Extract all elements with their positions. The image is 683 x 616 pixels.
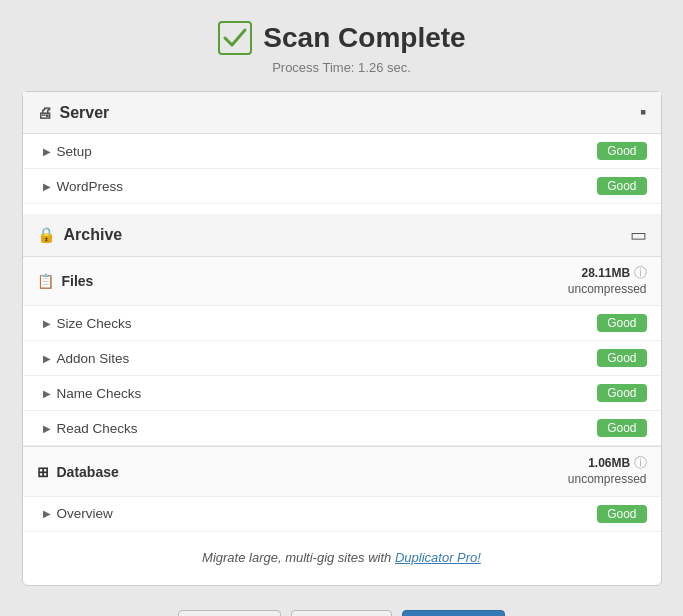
chevron-size-checks: ▶ — [43, 318, 51, 329]
archive-section-title: 🔒 Archive — [37, 226, 123, 244]
server-section-title: 🖨 Server — [37, 104, 110, 122]
chevron-read-checks: ▶ — [43, 423, 51, 434]
archive-action-icon[interactable]: ▭ — [630, 224, 647, 246]
overview-badge: Good — [597, 505, 646, 523]
files-size-label: uncompressed — [568, 282, 647, 296]
check-icon — [217, 20, 253, 56]
build-button[interactable]: Build ► — [402, 610, 505, 616]
addon-sites-row: ▶ Addon Sites Good — [23, 341, 661, 376]
server-icon: 🖨 — [37, 104, 52, 121]
promote-section: Migrate large, multi-gig sites with Dupl… — [23, 550, 661, 565]
back-button[interactable]: ◄ Back — [178, 610, 281, 616]
wordpress-badge: Good — [597, 177, 646, 195]
size-checks-row: ▶ Size Checks Good — [23, 306, 661, 341]
read-checks-badge: Good — [597, 419, 646, 437]
files-icon: 📋 — [37, 273, 54, 289]
setup-label: Setup — [57, 144, 92, 159]
database-title: ⊞ Database — [37, 464, 119, 480]
database-size-info: 1.06MB ⓘ uncompressed — [568, 455, 647, 487]
server-action-icon[interactable]: ▪ — [640, 102, 646, 123]
promote-text-static: Migrate large, multi-gig sites with — [202, 550, 395, 565]
setup-row: ▶ Setup Good — [23, 134, 661, 169]
name-checks-badge: Good — [597, 384, 646, 402]
read-checks-label: Read Checks — [57, 421, 138, 436]
addon-sites-label: Addon Sites — [57, 351, 130, 366]
database-label: Database — [57, 464, 119, 480]
main-card: 🖨 Server ▪ ▶ Setup Good ▶ WordPress Good… — [22, 91, 662, 586]
server-label: Server — [60, 104, 110, 122]
chevron-overview: ▶ — [43, 508, 51, 519]
chevron-name-checks: ▶ — [43, 388, 51, 399]
size-checks-badge: Good — [597, 314, 646, 332]
chevron-wordpress: ▶ — [43, 181, 51, 192]
setup-badge: Good — [597, 142, 646, 160]
archive-label: Archive — [64, 226, 123, 244]
page-title: Scan Complete — [263, 22, 465, 54]
duplicator-pro-link[interactable]: Duplicator Pro! — [395, 550, 481, 565]
database-size-label: uncompressed — [568, 472, 647, 486]
rescan-button[interactable]: Rescan — [291, 610, 392, 616]
process-time: Process Time: 1.26 sec. — [272, 60, 411, 75]
chevron-addon-sites: ▶ — [43, 353, 51, 364]
wordpress-row: ▶ WordPress Good — [23, 169, 661, 204]
overview-label: Overview — [57, 506, 113, 521]
files-label: Files — [62, 273, 94, 289]
chevron-setup: ▶ — [43, 146, 51, 157]
name-checks-row: ▶ Name Checks Good — [23, 376, 661, 411]
files-subheader: 📋 Files 28.11MB ⓘ uncompressed — [23, 257, 661, 306]
archive-icon: 🔒 — [37, 226, 56, 244]
footer-buttons: ◄ Back Rescan Build ► — [178, 610, 505, 616]
size-checks-label: Size Checks — [57, 316, 132, 331]
server-section-header: 🖨 Server ▪ — [23, 92, 661, 134]
database-subheader: ⊞ Database 1.06MB ⓘ uncompressed — [23, 446, 661, 496]
database-icon: ⊞ — [37, 464, 49, 480]
svg-rect-0 — [217, 20, 253, 56]
files-size: 28.11MB — [581, 266, 630, 280]
read-checks-row: ▶ Read Checks Good — [23, 411, 661, 446]
name-checks-label: Name Checks — [57, 386, 142, 401]
addon-sites-badge: Good — [597, 349, 646, 367]
database-info-icon[interactable]: ⓘ — [634, 455, 647, 470]
scan-complete-header: Scan Complete Process Time: 1.26 sec. — [217, 20, 465, 75]
wordpress-label: WordPress — [57, 179, 124, 194]
files-size-info: 28.11MB ⓘ uncompressed — [568, 265, 647, 297]
overview-row: ▶ Overview Good — [23, 497, 661, 532]
database-size: 1.06MB — [588, 456, 630, 470]
files-info-icon[interactable]: ⓘ — [634, 265, 647, 280]
archive-section-header: 🔒 Archive ▭ — [23, 214, 661, 257]
files-title: 📋 Files — [37, 273, 94, 289]
